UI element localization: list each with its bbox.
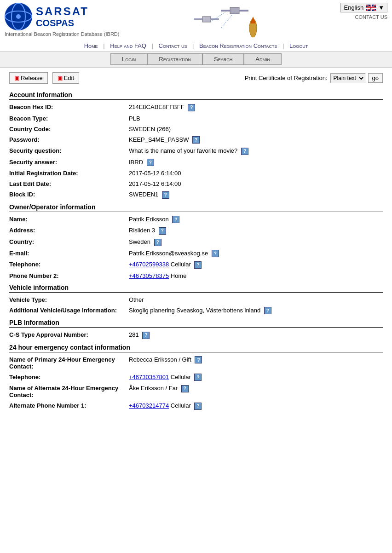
- vehicle-section-title: Vehicle information: [9, 284, 383, 293]
- field-security-question: Security question: What is the name of y…: [9, 147, 383, 155]
- primary-tel-link[interactable]: +46730357801: [129, 374, 169, 380]
- release-button[interactable]: ▣ Release: [9, 72, 48, 84]
- field-vehicle-usage: Additional Vehicle/Usage Information: Sk…: [9, 307, 383, 315]
- field-initial-reg-date: Initial Registration Date: 2017-05-12 6:…: [9, 170, 383, 177]
- field-alternate-phone1: Alternate Phone Number 1: +46703214774 C…: [9, 402, 383, 410]
- field-primary-contact-tel: Telephone: +46730357801 Cellular ?: [9, 374, 383, 381]
- go-button[interactable]: go: [368, 73, 383, 83]
- alternate-contact-help-icon[interactable]: ?: [181, 385, 189, 392]
- field-alternate-contact-name: Name of Alternate 24-Hour Emergency Cont…: [9, 385, 383, 398]
- name-help-icon[interactable]: ?: [172, 216, 179, 223]
- action-bar: ▣ Release ▣ Edit Print Certificate of Re…: [9, 72, 383, 84]
- field-password: Password: KEEP_S4ME_PASSW ?: [9, 136, 383, 144]
- alternate-phone1-help-icon[interactable]: ?: [194, 403, 202, 410]
- tab-bar: Login Registration Search Admin: [0, 52, 392, 67]
- tagline: International Beacon Registration Databa…: [5, 31, 119, 37]
- account-section: Account Information Beacon Hex ID: 214E8…: [9, 91, 383, 199]
- svg-rect-8: [194, 18, 202, 20]
- nav-beacon-contacts[interactable]: Beacon Registration Contacts: [199, 42, 277, 49]
- satellite-graphic: [119, 3, 340, 40]
- tab-login[interactable]: Login: [110, 53, 147, 65]
- field-last-edit-date: Last Edit Date: 2017-05-12 6:14:00: [9, 180, 383, 187]
- beacon-hex-help-icon[interactable]: ?: [188, 104, 195, 111]
- account-section-title: Account Information: [9, 91, 383, 100]
- sarsat-label: SARSAT: [36, 5, 89, 18]
- plb-section: PLB Information C-S Type Approval Number…: [9, 319, 383, 339]
- alternate-phone1-link[interactable]: +46703214774: [129, 402, 169, 409]
- tab-registration[interactable]: Registration: [147, 53, 202, 65]
- security-answer-help-icon[interactable]: ?: [147, 159, 154, 166]
- svg-rect-6: [239, 10, 248, 12]
- primary-tel-help-icon[interactable]: ?: [194, 374, 202, 381]
- field-telephone: Telephone: +46702599338 Cellular ?: [9, 261, 383, 269]
- country-help-icon[interactable]: ?: [154, 239, 161, 246]
- release-icon: ▣: [14, 75, 19, 81]
- cospas-label: COSPAS: [36, 18, 89, 29]
- telephone-link[interactable]: +46702599338: [129, 261, 169, 268]
- emergency-section-title: 24 hour emergency contact information: [9, 344, 383, 352]
- field-vehicle-type: Vehicle Type: Other: [9, 296, 383, 303]
- flag-icon: [366, 5, 376, 11]
- dropdown-arrow: ▼: [378, 4, 384, 11]
- field-email: E-mail: Patrik.Eriksson@sveaskog.se ?: [9, 250, 383, 258]
- field-country: Country: Sweden ?: [9, 238, 383, 246]
- phone2-link[interactable]: +46730578375: [129, 272, 169, 279]
- nav-home[interactable]: Home: [84, 42, 98, 49]
- header: SARSAT COSPAS International Beacon Regis…: [0, 0, 392, 68]
- field-primary-contact-name: Name of Primary 24-Hour Emergency Contac…: [9, 356, 383, 370]
- svg-rect-5: [221, 10, 230, 12]
- print-area: Print Certificate of Registration: Plain…: [245, 73, 383, 83]
- field-country-code: Country Code: SWEDEN (266): [9, 126, 383, 132]
- field-address: Address: Risliden 3 ?: [9, 227, 383, 235]
- field-security-answer: Security answer: IBRD ?: [9, 159, 383, 167]
- logo-area: SARSAT COSPAS International Beacon Regis…: [5, 3, 119, 37]
- owner-section: Owner/Operator information Name: Patrik …: [9, 203, 383, 279]
- svg-rect-9: [211, 18, 219, 20]
- vehicle-section: Vehicle information Vehicle Type: Other …: [9, 284, 383, 315]
- owner-section-title: Owner/Operator information: [9, 203, 383, 212]
- contact-nav-text: CONTACT US: [355, 14, 388, 20]
- primary-contact-help-icon[interactable]: ?: [195, 356, 202, 363]
- nav-bar: Home | Help and FAQ | Contact us | Beaco…: [0, 40, 392, 52]
- svg-line-13: [221, 12, 235, 28]
- language-label: English: [344, 4, 363, 11]
- nav-help[interactable]: Help and FAQ: [110, 42, 146, 49]
- field-cs-approval: C-S Type Approval Number: 281 ?: [9, 331, 383, 339]
- print-format-select[interactable]: Plain text PDF: [330, 73, 365, 83]
- email-help-icon[interactable]: ?: [212, 250, 219, 257]
- svg-point-3: [16, 14, 21, 19]
- nav-logout[interactable]: Logout: [289, 42, 308, 49]
- field-beacon-type: Beacon Type: PLB: [9, 115, 383, 122]
- cospas-emblem: [5, 3, 32, 30]
- telephone-help-icon[interactable]: ?: [194, 261, 202, 269]
- language-selector[interactable]: English ▼: [340, 3, 387, 12]
- vehicle-usage-help-icon[interactable]: ?: [264, 307, 271, 314]
- tab-search[interactable]: Search: [202, 53, 244, 65]
- main-content: ▣ Release ▣ Edit Print Certificate of Re…: [0, 68, 392, 419]
- edit-icon: ▣: [58, 75, 63, 81]
- svg-rect-4: [230, 7, 239, 14]
- edit-button[interactable]: ▣ Edit: [52, 72, 79, 84]
- nav-contact[interactable]: Contact us: [159, 42, 187, 49]
- emergency-section: 24 hour emergency contact information Na…: [9, 344, 383, 410]
- cs-approval-help-icon[interactable]: ?: [142, 332, 150, 339]
- plb-section-title: PLB Information: [9, 319, 383, 328]
- block-id-help-icon[interactable]: ?: [162, 191, 169, 199]
- print-label: Print Certificate of Registration:: [245, 75, 328, 81]
- svg-rect-22: [366, 7, 376, 8]
- password-help-icon[interactable]: ?: [192, 136, 200, 144]
- field-block-id: Block ID: SWEDEN1 ?: [9, 191, 383, 199]
- tab-admin[interactable]: Admin: [244, 53, 282, 65]
- field-phone2: Phone Number 2: +46730578375 Home: [9, 272, 383, 279]
- security-question-help-icon[interactable]: ?: [241, 148, 248, 155]
- address-help-icon[interactable]: ?: [159, 227, 166, 235]
- field-name: Name: Patrik Eriksson ?: [9, 216, 383, 224]
- svg-rect-7: [202, 17, 211, 22]
- field-beacon-hex-id: Beacon Hex ID: 214E8CABE8FFBFF ?: [9, 104, 383, 111]
